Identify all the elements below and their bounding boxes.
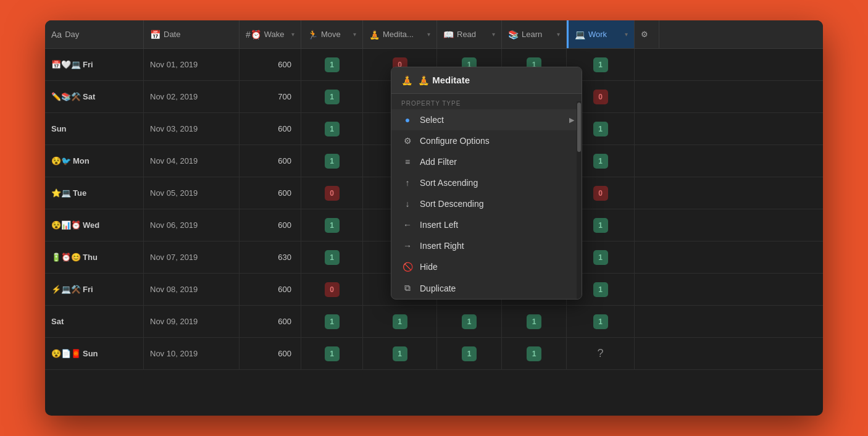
cell-day: ✏️📚⚒️ Sat xyxy=(45,81,144,112)
sort-asc-icon: ↑ xyxy=(401,178,414,188)
badge: 1 xyxy=(462,314,477,329)
badge: 1 xyxy=(393,346,407,361)
menu-item-add-filter[interactable]: ≡ Add Filter xyxy=(391,151,582,172)
cell-move: 1 xyxy=(301,209,363,241)
menu-item-label: Select xyxy=(420,115,444,125)
badge: 0 xyxy=(325,186,340,201)
menu-item-sort-asc[interactable]: ↑ Sort Ascending xyxy=(391,172,582,193)
col-label-read: Read xyxy=(457,30,476,39)
menu-item-select[interactable]: ● Select ▶ xyxy=(391,109,582,130)
col-header-extra[interactable]: ⚙ xyxy=(635,20,659,48)
cell-meditate: 1 xyxy=(363,338,437,369)
menu-item-hide[interactable]: 🚫 Hide xyxy=(391,256,582,277)
cell-day: 😵📊⏰ Wed xyxy=(45,209,144,241)
menu-item-insert-right[interactable]: → Insert Right xyxy=(391,235,582,256)
badge: 1 xyxy=(325,346,340,361)
cell-work: 1 xyxy=(567,306,635,337)
day-emoji: 😵📄🧧 xyxy=(51,349,81,358)
date-icon: 📅 xyxy=(150,30,161,40)
insert-right-icon: → xyxy=(401,241,414,251)
badge: 1 xyxy=(462,346,477,361)
settings-icon: ⚙ xyxy=(641,30,648,39)
cell-wake: 600 xyxy=(240,145,301,177)
col-label-meditate: Medita... xyxy=(383,30,414,39)
filter-icon: ≡ xyxy=(401,157,414,167)
col-header-meditate[interactable]: 🧘 Medita... ▾ xyxy=(363,20,437,48)
cell-date: Nov 06, 2019 xyxy=(144,209,240,241)
menu-item-insert-left[interactable]: ← Insert Left xyxy=(391,214,582,235)
menu-item-sort-desc[interactable]: ↓ Sort Descending xyxy=(391,193,582,214)
cell-wake: 700 xyxy=(240,81,301,112)
badge: 0 xyxy=(325,282,340,297)
badge: 1 xyxy=(325,122,340,136)
col-header-work[interactable]: 💻 Work ▾ xyxy=(567,20,635,48)
cell-work: ? xyxy=(567,338,635,369)
cell-day: Sun xyxy=(45,113,144,145)
cell-move: 1 xyxy=(301,338,363,369)
cell-day: 😵📄🧧 Sun xyxy=(45,338,144,369)
cell-day: 📅🤍💻 Fri xyxy=(45,49,144,80)
day-emoji: 🔋⏰😊 xyxy=(51,253,81,262)
work-icon: 💻 xyxy=(575,30,585,40)
cell-date: Nov 02, 2019 xyxy=(144,81,240,112)
col-header-day[interactable]: Aa Day xyxy=(45,20,144,48)
menu-item-configure[interactable]: ⚙ Configure Options xyxy=(391,130,582,151)
learn-icon: 📚 xyxy=(508,30,519,40)
configure-icon: ⚙ xyxy=(401,136,414,146)
duplicate-icon: ⧉ xyxy=(401,283,414,293)
day-emoji: ⚡💻⚒️ xyxy=(51,285,81,294)
badge: 1 xyxy=(593,57,608,72)
cell-wake: 600 xyxy=(240,177,301,209)
cell-day: ⭐💻 Tue xyxy=(45,177,144,209)
menu-title-text: 🧘 Meditate xyxy=(418,75,470,86)
badge: 1 xyxy=(325,314,340,329)
day-icon: Aa xyxy=(51,30,62,40)
badge: 1 xyxy=(593,122,608,136)
table-row: Sat Nov 09, 2019 600 1 1 1 1 1 xyxy=(45,306,823,338)
cell-date: Nov 05, 2019 xyxy=(144,177,240,209)
wake-icon: #⏰ xyxy=(246,30,261,40)
cell-wake: 600 xyxy=(240,338,301,369)
badge: 1 xyxy=(593,282,608,297)
cell-date: Nov 10, 2019 xyxy=(144,338,240,369)
chevron-icon: ▾ xyxy=(625,31,628,38)
badge: 1 xyxy=(527,346,541,361)
read-icon: 📖 xyxy=(443,30,454,40)
cell-day: Sat xyxy=(45,306,144,337)
cell-move: 1 xyxy=(301,306,363,337)
cell-day: 🔋⏰😊 Thu xyxy=(45,241,144,273)
menu-item-label: Sort Descending xyxy=(420,199,484,209)
submenu-arrow-icon: ▶ xyxy=(569,116,574,124)
cell-move: 1 xyxy=(301,145,363,177)
sort-desc-icon: ↓ xyxy=(401,199,414,209)
menu-item-label: Hide xyxy=(420,262,438,272)
cell-wake: 600 xyxy=(240,274,301,305)
cell-date: Nov 08, 2019 xyxy=(144,274,240,305)
col-header-learn[interactable]: 📚 Learn ▾ xyxy=(502,20,567,48)
cell-day: 😵🐦 Mon xyxy=(45,145,144,177)
cell-date: Nov 04, 2019 xyxy=(144,145,240,177)
cell-wake: 600 xyxy=(240,49,301,80)
scrollbar-thumb[interactable] xyxy=(577,103,581,152)
cell-learn: 1 xyxy=(502,338,567,369)
badge: 1 xyxy=(325,250,340,265)
day-emoji: 📅🤍💻 xyxy=(51,60,81,69)
menu-item-label: Duplicate xyxy=(420,283,456,293)
cell-date: Nov 01, 2019 xyxy=(144,49,240,80)
badge: 1 xyxy=(393,314,407,329)
col-header-date[interactable]: 📅 Date xyxy=(144,20,240,48)
context-menu: 🧘 🧘 Meditate PROPERTY TYPE ● Select ▶ ⚙ … xyxy=(391,67,582,300)
menu-item-label: Add Filter xyxy=(420,157,457,167)
col-header-move[interactable]: 🏃 Move ▾ xyxy=(301,20,363,48)
cell-move: 0 xyxy=(301,177,363,209)
col-header-wake[interactable]: #⏰ Wake ▾ xyxy=(240,20,301,48)
menu-item-duplicate[interactable]: ⧉ Duplicate xyxy=(391,277,582,299)
hide-icon: 🚫 xyxy=(401,262,414,272)
cell-day: ⚡💻⚒️ Fri xyxy=(45,274,144,305)
col-label-wake: Wake xyxy=(264,30,285,39)
cell-wake: 600 xyxy=(240,209,301,241)
col-header-read[interactable]: 📖 Read ▾ xyxy=(437,20,502,48)
col-label-work: Work xyxy=(588,30,607,39)
cell-move: 0 xyxy=(301,274,363,305)
badge: 0 xyxy=(593,90,608,104)
